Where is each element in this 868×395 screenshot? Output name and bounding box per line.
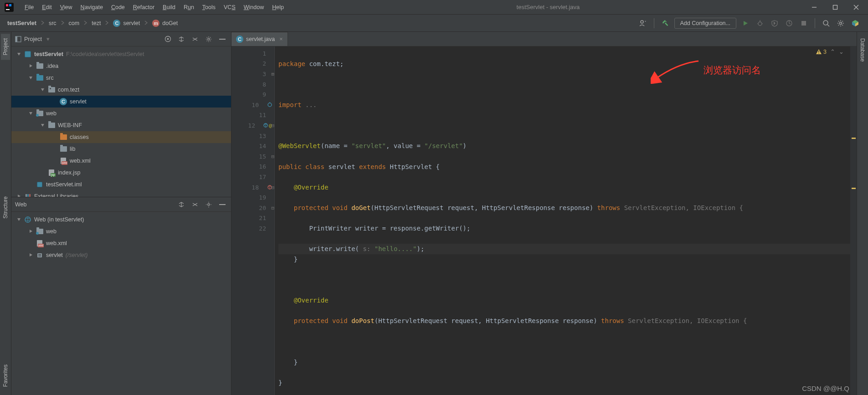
close-button[interactable] — [851, 2, 862, 13]
tree-iml-file[interactable]: testServlet.iml — [11, 179, 231, 190]
tree-lib-folder[interactable]: lib — [11, 143, 231, 155]
menu-window[interactable]: Window — [240, 2, 267, 12]
panel-settings-gear-icon[interactable] — [204, 34, 214, 44]
menu-code[interactable]: Code — [108, 2, 128, 12]
editor-tab-servlet[interactable]: C servlet.java × — [231, 32, 288, 46]
fold-end-icon[interactable]: ⊟ — [271, 205, 274, 211]
tree-package[interactable]: com.tezt — [11, 84, 231, 96]
tree-external-libraries[interactable]: External Libraries — [11, 190, 231, 197]
chevron-right-icon — [83, 20, 87, 26]
annotation-overlay: 浏览器访问名 — [651, 56, 761, 84]
tree-indexjsp-file[interactable]: jsp index.jsp — [11, 167, 231, 179]
fold-end-icon[interactable]: ⊟ — [271, 154, 274, 159]
search-icon[interactable] — [821, 18, 832, 29]
tree-root[interactable]: testServlet F:\code\idea\servlet\testSer… — [11, 48, 231, 60]
crumb-project[interactable]: testServlet — [4, 19, 40, 28]
menu-edit[interactable]: Edit — [38, 2, 56, 12]
menu-tools[interactable]: Tools — [199, 2, 219, 12]
project-tree[interactable]: testServlet F:\code\idea\servlet\testSer… — [11, 46, 231, 197]
menu-build[interactable]: Build — [159, 2, 179, 12]
tree-servlet-class[interactable]: C servlet — [11, 96, 231, 108]
panel-settings-gear-icon[interactable] — [204, 200, 214, 210]
hammer-build-icon[interactable] — [660, 18, 671, 29]
web-tree-webxml[interactable]: xml web.xml — [11, 237, 231, 249]
web-folder-icon — [36, 228, 43, 235]
hide-panel-icon[interactable] — [217, 200, 227, 210]
web-tree-servlet[interactable]: servlet (/servlet) — [11, 249, 231, 261]
collapse-all-icon[interactable] — [190, 34, 200, 44]
maximize-button[interactable] — [830, 2, 841, 13]
menu-view[interactable]: View — [56, 2, 76, 12]
debug-icon[interactable] — [755, 18, 765, 29]
fold-minus-icon[interactable]: ⊟ — [271, 123, 274, 128]
rail-tab-database[interactable]: Database — [858, 34, 867, 66]
project-panel-title[interactable]: Project ▾ — [15, 36, 50, 42]
tree-item-label: WEB-INF — [58, 122, 82, 128]
close-tab-icon[interactable]: × — [279, 36, 282, 42]
implemented-interface-icon[interactable] — [267, 102, 272, 108]
rail-tab-structure[interactable]: Structure — [1, 192, 10, 223]
left-tool-rail: Project Structure Favorites — [0, 32, 11, 395]
title-bar: File Edit View Navigate Code Refactor Bu… — [0, 0, 868, 15]
crumb-method[interactable]: mdoGet — [149, 18, 181, 28]
editor-area: C servlet.java × 3 ⌃ ⌄ 1 2 3⊞ 8 9 — [231, 32, 857, 395]
jetbrains-toolbox-icon[interactable] — [850, 18, 861, 29]
crumb-tezt[interactable]: tezt — [88, 19, 104, 28]
tree-src-folder[interactable]: src — [11, 72, 231, 84]
menu-vcs[interactable]: VCS — [220, 2, 239, 12]
fold-minus-icon[interactable]: ⊟ — [271, 185, 274, 190]
crumb-com[interactable]: com — [65, 19, 83, 28]
tree-item-label: classes — [70, 134, 89, 140]
expand-all-icon[interactable] — [176, 34, 186, 44]
hide-panel-icon[interactable] — [217, 34, 227, 44]
crumb-class[interactable]: Cservlet — [109, 18, 144, 28]
tree-item-label: servlet — [46, 252, 63, 258]
settings-gear-icon[interactable] — [835, 18, 846, 29]
fold-plus-icon[interactable]: ⊞ — [271, 71, 274, 77]
menu-run[interactable]: Run — [180, 2, 198, 12]
tree-classes-folder[interactable]: classes — [11, 131, 231, 143]
stop-icon[interactable] — [798, 18, 809, 29]
gutter[interactable]: 1 2 3⊞ 8 9 10 11 12@⊟ 13 14 15⊟ 16 17 18… — [231, 46, 275, 395]
tree-webxml-file[interactable]: xml web.xml — [11, 155, 231, 167]
inspections-widget[interactable]: 3 ⌃ ⌄ — [816, 48, 844, 55]
project-panel: Project ▾ testServlet F:\code\idea\servl… — [11, 32, 231, 395]
crumb-src[interactable]: src — [45, 19, 60, 28]
collapse-all-icon[interactable] — [190, 200, 200, 210]
web-tree-web-folder[interactable]: web — [11, 226, 231, 237]
tree-web-folder[interactable]: web — [11, 108, 231, 119]
web-tree-root[interactable]: Web (in testServlet) — [11, 214, 231, 226]
class-icon: C — [113, 20, 120, 27]
menu-refactor[interactable]: Refactor — [129, 2, 158, 12]
tree-webinf-folder[interactable]: WEB-INF — [11, 119, 231, 131]
error-stripe[interactable] — [850, 46, 857, 395]
menu-navigate[interactable]: Navigate — [77, 2, 107, 12]
select-opened-file-icon[interactable] — [163, 34, 173, 44]
chevron-right-icon — [41, 20, 45, 26]
tree-item-label: web — [46, 228, 56, 235]
coverage-icon[interactable] — [769, 18, 780, 29]
rail-tab-favorites[interactable]: Favorites — [1, 360, 10, 391]
user-icon[interactable] — [637, 18, 648, 29]
tree-item-label: web.xml — [46, 240, 67, 246]
prev-highlight-icon[interactable]: ⌃ — [830, 48, 835, 55]
add-configuration-button[interactable]: Add Configuration... — [674, 18, 737, 29]
minimize-button[interactable] — [809, 2, 820, 13]
expand-all-icon[interactable] — [176, 200, 186, 210]
chevron-down-icon — [29, 75, 34, 81]
tree-idea-folder[interactable]: .idea — [11, 60, 231, 72]
warning-marker[interactable] — [852, 138, 856, 139]
profile-icon[interactable] — [784, 18, 795, 29]
web-tree[interactable]: Web (in testServlet) web xml web.xml ser… — [11, 212, 231, 395]
svg-rect-22 — [15, 36, 17, 42]
web-panel-title[interactable]: Web — [15, 201, 26, 208]
warning-marker[interactable] — [852, 188, 856, 189]
run-icon[interactable] — [740, 18, 751, 29]
window-title: testServlet - servlet.java — [288, 4, 809, 10]
annotation-text: 浏览器访问名 — [704, 64, 761, 77]
menu-file[interactable]: File — [21, 2, 37, 12]
rail-tab-project[interactable]: Project — [1, 34, 10, 60]
next-highlight-icon[interactable]: ⌄ — [839, 48, 844, 55]
code-editor[interactable]: package com.tezt; import ... @WebServlet… — [275, 46, 850, 395]
menu-help[interactable]: Help — [268, 2, 288, 12]
